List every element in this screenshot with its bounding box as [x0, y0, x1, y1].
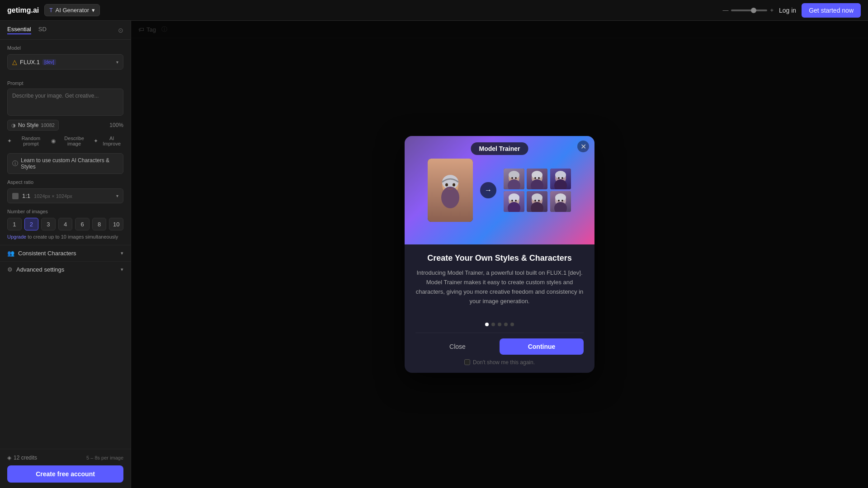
time-estimate: 5 – 8s per image — [86, 455, 123, 460]
svg-point-18 — [561, 177, 563, 179]
svg-point-11 — [532, 171, 542, 179]
palette-icon: ◑ — [11, 122, 16, 128]
style-percent: 100% — [109, 122, 123, 128]
advanced-settings-section[interactable]: ⚙ Advanced settings ▾ — [0, 261, 131, 277]
consistent-characters-left: 👥 Consistent Characters — [7, 250, 76, 257]
zoom-out-icon[interactable]: — — [722, 7, 728, 14]
modal-close-button[interactable]: Close — [415, 338, 500, 355]
modal-overlay[interactable]: Model Trainer ✕ — [131, 21, 868, 488]
svg-point-4 — [453, 183, 455, 187]
modal-continue-button[interactable]: Continue — [500, 338, 584, 355]
svg-point-21 — [509, 193, 519, 202]
model-selector-dropdown[interactable]: T AI Generator ▾ — [44, 4, 100, 16]
dont-show-checkbox[interactable] — [464, 359, 470, 365]
create-free-account-button[interactable]: Create free account — [7, 465, 123, 483]
modal-heading: Create Your Own Styles & Characters — [415, 253, 584, 263]
aspect-left: 1:1 1024px × 1024px — [12, 192, 72, 199]
prompt-textarea[interactable] — [7, 89, 123, 116]
advanced-settings-arrow: ▾ — [121, 267, 123, 272]
svg-point-26 — [532, 193, 542, 202]
model-trainer-modal: Model Trainer ✕ — [405, 136, 594, 372]
settings-icon[interactable]: ⊙ — [118, 27, 123, 34]
model-dropdown-left: △ FLUX.1 [dev] — [12, 58, 56, 66]
credits-icon: ◈ — [7, 455, 11, 461]
login-button[interactable]: Log in — [779, 7, 796, 14]
aspect-ratio-dropdown[interactable]: 1:1 1024px × 1024px ▾ — [7, 188, 123, 203]
aspect-section: Aspect ratio 1:1 1024px × 1024px ▾ — [0, 179, 131, 209]
style-chip[interactable]: ◑ No Style 10082 — [7, 120, 59, 131]
dont-show-row[interactable]: Don't show me this again. — [464, 359, 535, 366]
svg-point-8 — [515, 177, 517, 179]
dot-4 — [504, 323, 508, 326]
aspect-thumb-icon — [12, 193, 19, 199]
count-6-button[interactable]: 6 — [75, 218, 90, 230]
svg-point-23 — [515, 200, 517, 202]
dot-5 — [510, 323, 514, 326]
svg-point-31 — [555, 193, 566, 202]
modal-title-badge: Model Trainer — [471, 142, 528, 155]
describe-image-button[interactable]: ◉ Describe image — [51, 134, 91, 148]
model-selector-label: AI Generator — [56, 7, 89, 14]
svg-point-12 — [534, 177, 536, 179]
persons-icon: 👥 — [7, 250, 14, 257]
random-prompt-label: Random prompt — [14, 136, 48, 146]
num-images-label: Number of images — [7, 209, 123, 214]
result-grid — [504, 169, 571, 212]
count-4-button[interactable]: 4 — [58, 218, 73, 230]
model-label: Model — [7, 45, 123, 51]
flux-icon: △ — [12, 58, 17, 66]
info-circle-icon: ⓘ — [12, 160, 18, 168]
svg-point-22 — [511, 200, 513, 202]
modal-description: Introducing Model Trainer, a powerful to… — [415, 268, 584, 306]
dot-2 — [491, 323, 495, 326]
count-3-button[interactable]: 3 — [41, 218, 56, 230]
model-dropdown-arrow: ▾ — [116, 60, 118, 65]
images-section: Number of images 1 2 3 4 6 8 10 Upgrade … — [0, 209, 131, 245]
model-badge: [dev] — [42, 59, 56, 65]
main-layout: Essential SD ⊙ Model △ FLUX.1 [dev] ▾ Pr… — [0, 21, 868, 488]
svg-point-32 — [558, 200, 560, 202]
ai-improve-button[interactable]: ✦ AI Improve — [94, 134, 123, 148]
sidebar-tabs-left: Essential SD — [7, 26, 47, 34]
svg-point-16 — [555, 171, 566, 179]
svg-point-6 — [509, 171, 519, 179]
consistent-characters-section[interactable]: 👥 Consistent Characters ▾ — [0, 245, 131, 261]
images-count-row: 1 2 3 4 6 8 10 — [7, 218, 123, 230]
result-cell-3 — [550, 169, 571, 189]
tab-essential[interactable]: Essential — [7, 26, 31, 34]
svg-point-33 — [561, 200, 563, 202]
count-10-button[interactable]: 10 — [109, 218, 123, 230]
svg-point-17 — [558, 177, 560, 179]
model-dropdown[interactable]: △ FLUX.1 [dev] ▾ — [7, 54, 123, 70]
svg-point-27 — [534, 200, 536, 202]
zoom-slider[interactable] — [731, 9, 767, 11]
style-id: 10082 — [41, 122, 55, 128]
ai-icon: ✦ — [94, 138, 98, 144]
chevron-down-icon: ▾ — [92, 7, 95, 14]
main-content: 🏷 Tag ⓘ Model Trainer ✕ — [131, 21, 868, 488]
credits-text: ◈ 12 credits — [7, 455, 37, 461]
zoom-in-icon[interactable]: + — [770, 7, 774, 14]
upgrade-note: Upgrade to create up to 10 images simult… — [7, 234, 123, 239]
upgrade-link[interactable]: Upgrade — [7, 234, 26, 239]
result-cell-4 — [504, 191, 524, 212]
upgrade-note-suffix: to create up to 10 images simultaneously — [28, 234, 118, 239]
learn-bar[interactable]: ⓘ Learn to use custom AI Characters & St… — [7, 153, 123, 174]
style-row: ◑ No Style 10082 100% — [7, 120, 123, 131]
dot-3 — [498, 323, 501, 326]
count-1-button[interactable]: 1 — [7, 218, 22, 230]
tab-sd[interactable]: SD — [38, 26, 47, 34]
get-started-button[interactable]: Get started now — [802, 3, 861, 18]
count-2-button[interactable]: 2 — [24, 218, 39, 230]
action-btns: ✦ Random prompt ◉ Describe image ✦ AI Im… — [7, 134, 123, 148]
model-section: Model △ FLUX.1 [dev] ▾ — [0, 40, 131, 75]
aspect-size: 1024px × 1024px — [34, 193, 72, 199]
prompt-label: Prompt — [7, 80, 123, 86]
modal-image-area: Model Trainer ✕ — [405, 136, 594, 244]
count-8-button[interactable]: 8 — [92, 218, 107, 230]
random-prompt-button[interactable]: ✦ Random prompt — [7, 134, 48, 148]
model-name: FLUX.1 — [20, 59, 40, 66]
advanced-settings-left: ⚙ Advanced settings — [7, 266, 64, 273]
consistent-characters-label: Consistent Characters — [18, 250, 76, 257]
dot-1 — [485, 323, 489, 326]
